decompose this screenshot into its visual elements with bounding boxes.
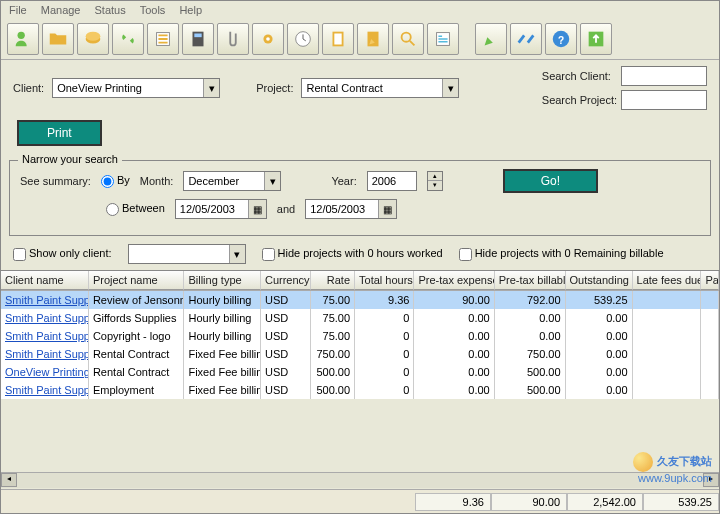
menu-tools[interactable]: Tools (140, 4, 166, 16)
and-label: and (277, 203, 295, 215)
col-hours[interactable]: Total hours (355, 271, 414, 290)
menu-status[interactable]: Status (95, 4, 126, 16)
hide-zero-hours-check[interactable]: Hide projects with 0 hours worked (262, 247, 443, 261)
search-client-input[interactable] (621, 66, 707, 86)
project-input[interactable] (302, 79, 442, 97)
menu-file[interactable]: File (9, 4, 27, 16)
arrows-icon[interactable] (510, 23, 542, 55)
user-icon[interactable] (7, 23, 39, 55)
client-combo[interactable]: ▾ (52, 78, 220, 98)
date-from-input[interactable] (176, 203, 248, 215)
client-link[interactable]: Smith Paint Supply (5, 312, 89, 324)
col-expenses[interactable]: Pre-tax expenses (414, 271, 494, 290)
footer-totals: 9.36 90.00 2,542.00 539.25 (1, 489, 719, 513)
client-link[interactable]: Smith Paint Supply (5, 384, 89, 396)
menu-manage[interactable]: Manage (41, 4, 81, 16)
group-legend: Narrow your search (18, 153, 122, 165)
chevron-down-icon[interactable]: ▾ (229, 245, 245, 263)
radio-between-input[interactable] (106, 203, 119, 216)
menu-help[interactable]: Help (179, 4, 202, 16)
radio-by[interactable]: By (101, 174, 130, 188)
radio-between[interactable]: Between (106, 202, 165, 216)
scroll-right-icon[interactable]: ▸ (703, 473, 719, 487)
report-icon[interactable] (427, 23, 459, 55)
calendar-icon[interactable]: ▦ (248, 200, 266, 218)
exit-icon[interactable] (580, 23, 612, 55)
data-grid: Client name Project name Billing type Cu… (1, 270, 719, 399)
h-scrollbar[interactable]: ◂ ▸ (1, 472, 719, 488)
col-rate[interactable]: Rate (311, 271, 355, 290)
col-billable[interactable]: Pre-tax billable (495, 271, 566, 290)
show-only-client-check[interactable]: Show only client: (13, 247, 112, 261)
col-currency[interactable]: Currency (261, 271, 311, 290)
col-latefees[interactable]: Late fees due (633, 271, 702, 290)
help-icon[interactable]: ? (545, 23, 577, 55)
clock-icon[interactable] (287, 23, 319, 55)
clipboard-icon[interactable] (322, 23, 354, 55)
svg-rect-5 (194, 34, 201, 38)
scroll-left-icon[interactable]: ◂ (1, 473, 17, 487)
col-client[interactable]: Client name (1, 271, 89, 290)
svg-point-12 (402, 33, 411, 42)
edit-icon[interactable] (357, 23, 389, 55)
col-billing[interactable]: Billing type (184, 271, 261, 290)
total-hours: 9.36 (415, 493, 491, 511)
radio-by-input[interactable] (101, 175, 114, 188)
print-button[interactable]: Print (17, 120, 102, 146)
folder-icon[interactable] (42, 23, 74, 55)
table-row[interactable]: Smith Paint SupplyReview of JensonnHourl… (1, 291, 719, 309)
table-row[interactable]: Smith Paint SupplyEmploymentFixed Fee bi… (1, 381, 719, 399)
year-input[interactable] (367, 171, 417, 191)
go-button[interactable]: Go! (503, 169, 598, 193)
client-filter-combo[interactable]: ▾ (128, 244, 246, 264)
search-icon[interactable] (392, 23, 424, 55)
svg-rect-11 (368, 32, 379, 47)
pen-icon[interactable] (475, 23, 507, 55)
calendar-icon[interactable]: ▦ (378, 200, 396, 218)
year-label: Year: (331, 175, 356, 187)
date-to-input[interactable] (306, 203, 378, 215)
month-input[interactable] (184, 172, 264, 190)
client-link[interactable]: Smith Paint Supply (5, 348, 89, 360)
client-link[interactable]: OneView Printing (5, 366, 89, 378)
svg-point-2 (86, 32, 101, 41)
search-project-input[interactable] (621, 90, 707, 110)
client-input[interactable] (53, 79, 203, 97)
client-link[interactable]: Smith Paint Supply (5, 294, 89, 306)
svg-rect-10 (334, 34, 341, 45)
chevron-down-icon[interactable]: ▾ (264, 172, 280, 190)
date-from[interactable]: ▦ (175, 199, 267, 219)
month-combo[interactable]: ▾ (183, 171, 281, 191)
chevron-down-icon[interactable]: ▾ (203, 79, 219, 97)
total-outstanding: 539.25 (643, 493, 719, 511)
grid-header: Client name Project name Billing type Cu… (1, 271, 719, 291)
table-row[interactable]: Smith Paint SupplyCopyright - logoHourly… (1, 327, 719, 345)
total-billable: 2,542.00 (567, 493, 643, 511)
list-icon[interactable] (147, 23, 179, 55)
checkbox-row: Show only client: ▾ Hide projects with 0… (1, 240, 719, 268)
date-to[interactable]: ▦ (305, 199, 397, 219)
svg-text:?: ? (558, 35, 564, 46)
svg-point-0 (18, 32, 25, 39)
table-row[interactable]: OneView PrintingRental ContractFixed Fee… (1, 363, 719, 381)
year-spinner[interactable]: ▴▾ (427, 171, 443, 191)
narrow-search-group: Narrow your search See summary: By Month… (9, 160, 711, 236)
toolbar: ? (1, 19, 719, 60)
project-combo[interactable]: ▾ (301, 78, 459, 98)
calculator-icon[interactable] (182, 23, 214, 55)
month-label: Month: (140, 175, 174, 187)
logo-icon (633, 452, 653, 472)
link-icon[interactable] (112, 23, 144, 55)
clip-icon[interactable] (217, 23, 249, 55)
client-link[interactable]: Smith Paint Supply (5, 330, 89, 342)
gear-icon[interactable] (252, 23, 284, 55)
chevron-down-icon[interactable]: ▾ (442, 79, 458, 97)
table-row[interactable]: Smith Paint SupplyGiffords SuppliesHourl… (1, 309, 719, 327)
col-project[interactable]: Project name (89, 271, 185, 290)
col-outstanding[interactable]: Outstanding (566, 271, 633, 290)
table-row[interactable]: Smith Paint SupplyRental ContractFixed F… (1, 345, 719, 363)
hide-zero-billable-check[interactable]: Hide projects with 0 Remaining billable (459, 247, 664, 261)
col-pa[interactable]: Pa (701, 271, 719, 290)
filter-row: Client: ▾ Project: ▾ Search Client: Sear… (1, 60, 719, 116)
coins-icon[interactable] (77, 23, 109, 55)
